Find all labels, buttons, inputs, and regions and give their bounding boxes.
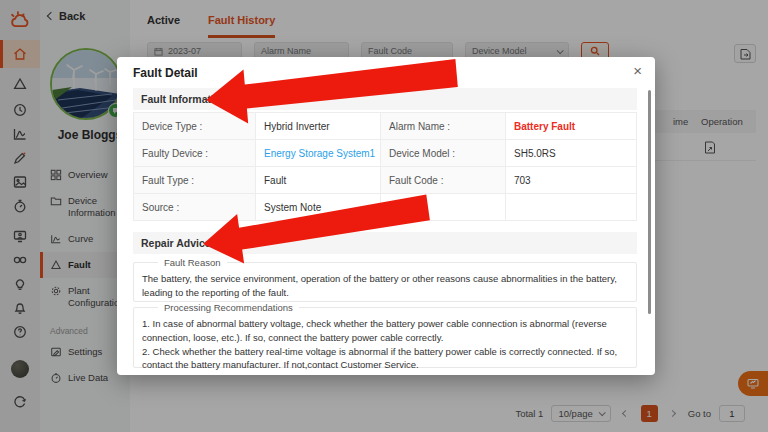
info-label: Device Model : xyxy=(381,140,506,167)
info-label: Fault Code : xyxy=(381,167,506,194)
fault-detail-modal: Fault Detail × Fault Information Device … xyxy=(117,57,655,375)
processing-recommendations-box: Processing Recommendations 1. In case of… xyxy=(133,307,637,368)
app-root: Back Joe B xyxy=(0,0,768,432)
processing-item-1: 1. In case of abnormal battery voltage, … xyxy=(142,317,628,345)
section-repair-advice: Repair Advice xyxy=(133,232,637,254)
alarm-name-value: Battery Fault xyxy=(506,113,637,140)
fault-reason-label: Fault Reason xyxy=(158,257,227,268)
section-fault-information: Fault Information xyxy=(133,88,637,110)
fault-reason-text: The battery, the service environment, op… xyxy=(142,272,628,300)
faulty-device-link[interactable]: Energy Storage System1 xyxy=(256,140,381,167)
info-label: Alarm Name : xyxy=(381,113,506,140)
modal-title: Fault Detail xyxy=(133,66,198,80)
fault-reason-box: Fault Reason The battery, the service en… xyxy=(133,262,637,302)
processing-recommendations-label: Processing Recommendations xyxy=(158,302,299,313)
close-icon[interactable]: × xyxy=(633,63,642,78)
info-value: Hybrid Inverter xyxy=(256,113,381,140)
info-value: SH5.0RS xyxy=(506,140,637,167)
info-label: Source : xyxy=(134,194,256,221)
fault-info-table: Device Type : Hybrid Inverter Alarm Name… xyxy=(133,112,637,221)
info-label: Fault Type : xyxy=(134,167,256,194)
info-empty-cell xyxy=(381,194,506,221)
info-empty-cell xyxy=(506,194,637,221)
info-value: Fault xyxy=(256,167,381,194)
modal-scrollbar[interactable] xyxy=(648,90,651,314)
info-value: System Note xyxy=(256,194,381,221)
info-label: Faulty Device : xyxy=(134,140,256,167)
info-label: Device Type : xyxy=(134,113,256,140)
info-value: 703 xyxy=(506,167,637,194)
processing-item-2: 2. Check whether the battery real-time v… xyxy=(142,345,628,373)
